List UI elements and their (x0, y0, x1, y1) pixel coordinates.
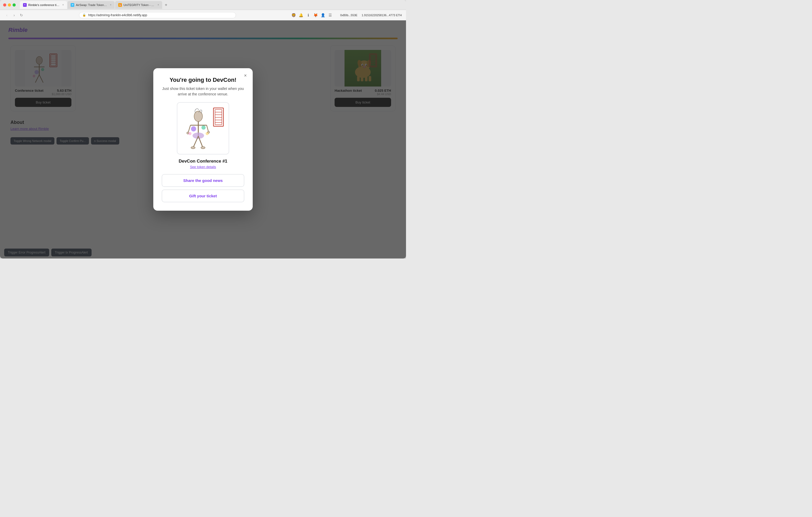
browser-window: R Rimble's conference tickets × ⇄ AirSwa… (0, 0, 406, 258)
menu-icon[interactable]: ☰ (327, 12, 333, 18)
wallet-balance: 1.91516220258136...4773 ETH (361, 13, 402, 17)
close-window-button[interactable] (3, 3, 6, 6)
nft-name: DevCon Conference #1 (179, 159, 227, 164)
tab-close-airswap[interactable]: × (110, 3, 111, 6)
svg-point-58 (201, 125, 206, 130)
nft-link[interactable]: See token details (190, 165, 216, 169)
tab-favicon-airswap: ⇄ (70, 3, 74, 7)
modal-title: You're going to DevCon! (170, 77, 236, 83)
modal-close-button[interactable]: × (242, 72, 249, 79)
back-button[interactable]: ‹ (4, 13, 9, 17)
traffic-lights (3, 3, 16, 6)
extension-icon[interactable]: 🔔 (298, 12, 303, 18)
maximize-window-button[interactable] (12, 3, 16, 6)
svg-point-59 (188, 132, 192, 135)
lock-icon: 🔒 (82, 13, 86, 17)
info-icon[interactable]: ℹ (306, 12, 311, 18)
reload-button[interactable]: ↻ (19, 13, 24, 17)
browser-actions: 🦁 🔔 ℹ 🦊 👤 ☰ (291, 12, 333, 18)
tab-close-unitegrity[interactable]: × (157, 3, 159, 6)
tab-favicon-rimble: R (23, 3, 27, 7)
modal-overlay: × You're going to DevCon! Just show this… (0, 20, 406, 258)
new-tab-button[interactable]: + (163, 2, 169, 8)
wallet-info: 0xB0b...553E 1.91516220258136...4773 ETH (340, 13, 402, 17)
svg-point-60 (206, 132, 209, 135)
svg-point-55 (191, 147, 195, 149)
brave-icon: 🦁 (291, 12, 296, 18)
tab-label-rimble: Rimble's conference tickets (28, 3, 60, 6)
tab-favicon-unitegrity: 🦄 (118, 3, 122, 7)
nft-image-container (177, 102, 229, 154)
tab-unitegrity[interactable]: 🦄 UniTEGRITY Token - UniTEGRIT... × (115, 1, 162, 9)
nft-ticket-art (177, 103, 229, 154)
nav-buttons: ‹ › ↻ (4, 13, 24, 17)
url-bar[interactable]: 🔒 https://admiring-franklin-e4c8b6.netli… (79, 12, 236, 18)
minimize-window-button[interactable] (8, 3, 11, 6)
profile-icon[interactable]: 👤 (320, 12, 325, 18)
tab-rimble[interactable]: R Rimble's conference tickets × (20, 1, 67, 9)
svg-point-57 (191, 126, 196, 131)
share-good-news-button[interactable]: Share the good news (162, 174, 244, 187)
forward-button[interactable]: › (11, 13, 17, 17)
metamask-icon[interactable]: 🦊 (313, 12, 318, 18)
address-bar: ‹ › ↻ 🔒 https://admiring-franklin-e4c8b6… (0, 10, 406, 20)
tab-bar: R Rimble's conference tickets × ⇄ AirSwa… (20, 1, 403, 9)
svg-point-52 (193, 132, 204, 139)
wallet-address: 0xB0b...553E (340, 13, 357, 17)
gift-ticket-button[interactable]: Gift your ticket (162, 189, 244, 202)
tab-label-airswap: AirSwap: Trade Tokens Easily, S... (76, 3, 107, 6)
svg-point-56 (201, 147, 205, 149)
tab-airswap[interactable]: ⇄ AirSwap: Trade Tokens Easily, S... × (67, 1, 115, 9)
modal-subtitle: Just show this ticket token in your wall… (162, 86, 244, 97)
page-content: Rimble (0, 20, 406, 258)
tab-label-unitegrity: UniTEGRITY Token - UniTEGRIT... (123, 3, 155, 6)
title-bar: R Rimble's conference tickets × ⇄ AirSwa… (0, 0, 406, 10)
success-modal: × You're going to DevCon! Just show this… (153, 68, 253, 211)
url-text: https://admiring-franklin-e4c8b6.netlify… (88, 13, 233, 17)
tab-close-rimble[interactable]: × (62, 3, 64, 6)
